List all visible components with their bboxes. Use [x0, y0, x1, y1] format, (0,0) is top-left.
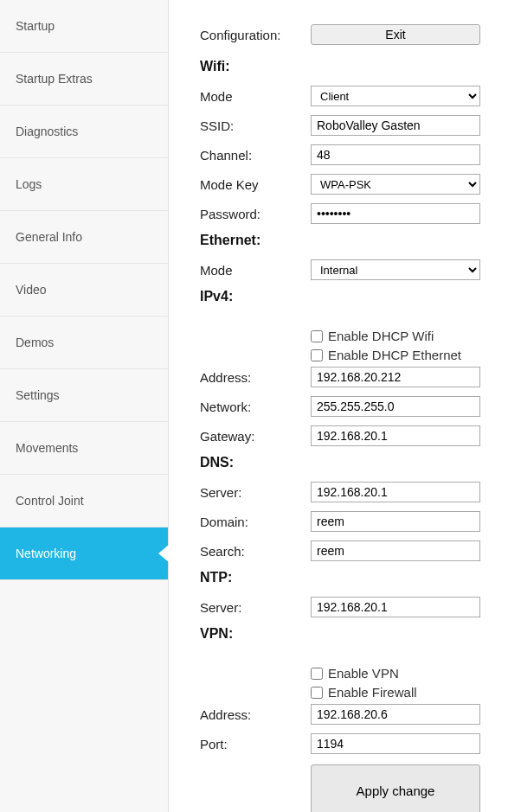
vpn-address-label: Address: — [200, 707, 311, 722]
sidebar-item-label: Settings — [16, 388, 60, 402]
dns-server-input[interactable] — [311, 482, 480, 502]
wifi-heading: Wifi: — [200, 59, 491, 74]
sidebar-item-label: Startup — [16, 19, 55, 33]
ipv4-network-label: Network: — [200, 400, 311, 414]
ntp-server-label: Server: — [200, 600, 311, 615]
eth-mode-select[interactable]: Internal — [311, 259, 480, 280]
ipv4-network-input[interactable] — [311, 396, 480, 417]
enable-firewall-label: Enable Firewall — [328, 685, 417, 700]
wifi-mode-label: Mode — [200, 89, 311, 104]
vpn-port-input[interactable] — [311, 733, 480, 754]
password-input[interactable] — [311, 203, 480, 224]
sidebar-item-label: Logs — [16, 177, 42, 191]
eth-mode-label: Mode — [200, 263, 311, 278]
enable-firewall-checkbox[interactable] — [311, 687, 323, 699]
configuration-label: Configuration: — [200, 28, 311, 42]
dhcp-wifi-checkbox[interactable] — [311, 330, 323, 342]
apply-change-button[interactable]: Apply change — [311, 764, 480, 812]
sidebar-item-startup-extras[interactable]: Startup Extras — [0, 53, 168, 105]
dhcp-eth-label: Enable DHCP Ethernet — [328, 348, 461, 362]
sidebar-item-general-info[interactable]: General Info — [0, 211, 168, 264]
dns-heading: DNS: — [200, 455, 491, 470]
ntp-heading: NTP: — [200, 570, 491, 585]
sidebar-item-label: Startup Extras — [16, 72, 93, 86]
ethernet-heading: Ethernet: — [200, 233, 491, 248]
ipv4-gateway-label: Gateway: — [200, 429, 311, 444]
sidebar-item-startup[interactable]: Startup — [0, 0, 168, 53]
dhcp-eth-checkbox[interactable] — [311, 349, 323, 361]
ipv4-address-input[interactable] — [311, 367, 480, 387]
ssid-input[interactable] — [311, 115, 480, 136]
sidebar-item-label: Control Joint — [16, 494, 84, 508]
main-content: Configuration: Exit Wifi: Mode Client SS… — [169, 0, 508, 812]
vpn-address-input[interactable] — [311, 704, 480, 725]
sidebar-item-networking[interactable]: Networking — [0, 527, 168, 580]
channel-label: Channel: — [200, 148, 311, 163]
sidebar-item-label: Movements — [16, 441, 78, 455]
sidebar: Startup Startup Extras Diagnostics Logs … — [0, 0, 169, 812]
ssid-label: SSID: — [200, 118, 311, 133]
wifi-mode-select[interactable]: Client — [311, 86, 480, 106]
enable-vpn-label: Enable VPN — [328, 666, 399, 681]
sidebar-item-label: Diagnostics — [16, 125, 78, 138]
vpn-heading: VPN: — [200, 626, 491, 642]
modekey-select[interactable]: WPA-PSK — [311, 174, 480, 195]
channel-input[interactable] — [311, 144, 480, 165]
ntp-server-input[interactable] — [311, 597, 480, 617]
sidebar-item-label: Demos — [16, 336, 54, 349]
dns-domain-input[interactable] — [311, 511, 480, 532]
sidebar-item-diagnostics[interactable]: Diagnostics — [0, 105, 168, 158]
dhcp-wifi-label: Enable DHCP Wifi — [328, 329, 434, 343]
modekey-label: Mode Key — [200, 177, 311, 192]
sidebar-item-label: Networking — [16, 547, 76, 560]
dns-search-input[interactable] — [311, 540, 480, 561]
sidebar-item-demos[interactable]: Demos — [0, 316, 168, 369]
password-label: Password: — [200, 207, 311, 221]
sidebar-item-label: Video — [16, 283, 47, 297]
enable-vpn-checkbox[interactable] — [311, 668, 323, 680]
sidebar-item-video[interactable]: Video — [0, 264, 168, 316]
dns-server-label: Server: — [200, 485, 311, 500]
ipv4-heading: IPv4: — [200, 289, 491, 304]
exit-button[interactable]: Exit — [311, 24, 480, 45]
sidebar-item-settings[interactable]: Settings — [0, 369, 168, 422]
dns-domain-label: Domain: — [200, 515, 311, 529]
sidebar-item-movements[interactable]: Movements — [0, 422, 168, 475]
dns-search-label: Search: — [200, 544, 311, 559]
sidebar-item-label: General Info — [16, 230, 82, 244]
sidebar-item-control-joint[interactable]: Control Joint — [0, 475, 168, 527]
sidebar-item-logs[interactable]: Logs — [0, 158, 168, 211]
ipv4-address-label: Address: — [200, 370, 311, 385]
vpn-port-label: Port: — [200, 737, 311, 751]
ipv4-gateway-input[interactable] — [311, 425, 480, 446]
